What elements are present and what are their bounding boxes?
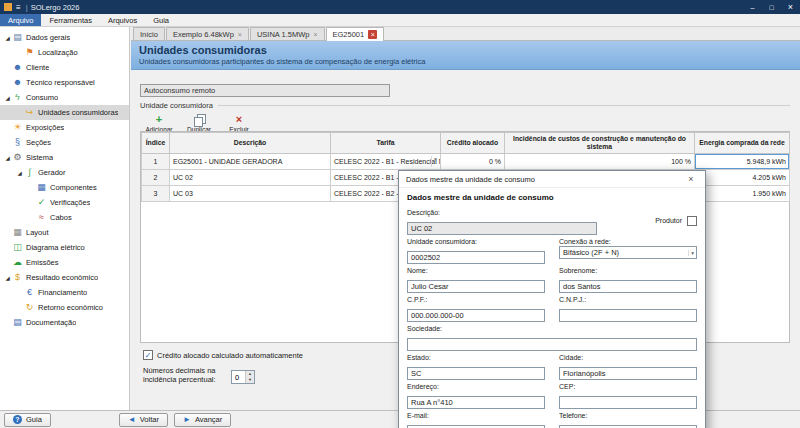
sidebar-item-documenta-o[interactable]: ▤Documentação — [0, 315, 129, 330]
descricao-input[interactable] — [407, 222, 597, 235]
telefone-label: Telefone: — [559, 412, 697, 419]
sidebar-item-layout[interactable]: ▦Layout — [0, 225, 129, 240]
layout-icon: ▦ — [12, 227, 23, 238]
auto-credit-checkbox[interactable] — [143, 350, 153, 360]
expand-arrow-icon[interactable]: ◢ — [3, 155, 12, 161]
column-header-energia: Energia comprada da rede — [695, 133, 790, 154]
cell-energia[interactable]: 4.205 kWh — [695, 170, 790, 186]
checks-icon: ✓ — [36, 197, 47, 208]
sidebar-item-diagrama-el-trico[interactable]: ◫Diagrama elétrico — [0, 240, 129, 255]
expand-arrow-icon[interactable]: ◢ — [15, 170, 24, 176]
sidebar-item-cliente[interactable]: ☻Cliente — [0, 60, 129, 75]
produtor-checkbox[interactable] — [687, 216, 697, 226]
estado-input[interactable] — [407, 367, 545, 380]
email-label: E-mail: — [407, 412, 545, 419]
back-button[interactable]: Voltar — [119, 413, 168, 427]
sidebar-item-financiamento[interactable]: €Financiamento — [0, 285, 129, 300]
sidebar-item-unidades-consumidoras[interactable]: ↪Unidades consumidoras — [0, 105, 129, 120]
nome-label: Nome: — [407, 267, 545, 274]
economic-return-icon: ↻ — [24, 302, 35, 313]
arrow-right-icon — [183, 415, 191, 424]
sidebar-item-label: Componentes — [50, 183, 97, 192]
sidebar-item-resultado-econ-mico[interactable]: ◢$Resultado econômico — [0, 270, 129, 285]
sidebar-item-retorno-econ-mico[interactable]: ↻Retorno econômico — [0, 300, 129, 315]
documentation-icon: ▤ — [12, 317, 23, 328]
column-header-descricao: Descrição — [170, 133, 331, 154]
tab-usina-15mwp[interactable]: USINA 1.5MWp — [250, 27, 325, 40]
cell-energia[interactable]: 1.950 kWh — [695, 186, 790, 202]
sidebar-item-verifica-es[interactable]: ✓Verificações — [0, 195, 129, 210]
cnpj-label: C.N.P.J.: — [559, 296, 697, 303]
guide-button[interactable]: Guia — [4, 413, 51, 427]
menu-guia[interactable]: Guia — [145, 14, 177, 26]
menu-arquivos[interactable]: Arquivos — [100, 14, 145, 26]
conexao-label: Conexão à rede: — [559, 238, 697, 245]
sidebar-item-label: Financiamento — [38, 288, 87, 297]
sidebar-item-label: Resultado econômico — [26, 273, 98, 282]
sidebar-item-exposi-es[interactable]: ☀Exposições — [0, 120, 129, 135]
sociedade-input[interactable] — [407, 338, 697, 351]
close-tab-icon[interactable] — [368, 30, 377, 39]
cnpj-input[interactable] — [559, 309, 697, 322]
cell-credito[interactable]: 0 % — [441, 154, 505, 170]
tab-exemplo-648kwp[interactable]: Exemplo 6.48kWp — [166, 27, 249, 40]
exposures-icon: ☀ — [12, 122, 23, 133]
electrical-diagram-icon: ◫ — [12, 242, 23, 253]
cell-descricao[interactable]: EG25001 - UNIDADE GERADORA — [170, 154, 331, 170]
close-icon[interactable] — [781, 0, 800, 14]
cell-tarifa[interactable]: CELESC 2022 - B1 - Residencial Normal — [331, 154, 441, 170]
menu-ferramentas[interactable]: Ferramentas — [41, 14, 100, 26]
sidebar-item-label: Técnico responsável — [26, 78, 95, 87]
expand-arrow-icon[interactable]: ◢ — [3, 275, 12, 281]
window-controls — [743, 0, 800, 14]
sidebar-item-gerador[interactable]: ◢∫Gerador — [0, 165, 129, 180]
forward-button[interactable]: Avançar — [174, 413, 231, 427]
maximize-icon[interactable] — [762, 0, 781, 14]
close-tab-icon[interactable] — [313, 31, 317, 38]
dialog-titlebar[interactable]: Dados mestre da unidade de consumo — [399, 171, 705, 188]
expand-arrow-icon[interactable]: ◢ — [3, 35, 12, 41]
sidebar-item-cabos[interactable]: ≈Cabos — [0, 210, 129, 225]
copy-icon — [194, 114, 204, 125]
cell-descricao[interactable]: UC 03 — [170, 186, 331, 202]
sidebar-item-se-es[interactable]: §Seções — [0, 135, 129, 150]
expand-arrow-icon[interactable]: ◢ — [3, 95, 12, 101]
spinner-down-icon[interactable] — [246, 377, 254, 383]
title-bar: SOLergo 2026 — [0, 0, 800, 14]
menu-arquivo[interactable]: Arquivo — [0, 14, 41, 26]
hamburger-icon[interactable] — [16, 3, 21, 12]
sidebar-item-componentes[interactable]: ▦Componentes — [0, 180, 129, 195]
sidebar-item-sistema[interactable]: ◢⚙Sistema — [0, 150, 129, 165]
economic-result-icon: $ — [12, 272, 23, 283]
consumption-icon: ϟ — [12, 92, 23, 103]
sobrenome-input[interactable] — [559, 280, 697, 293]
sidebar-item-label: Documentação — [26, 318, 76, 327]
sidebar-item-dados-gerais[interactable]: ◢▤Dados gerais — [0, 30, 129, 45]
estado-label: Estado: — [407, 354, 545, 361]
decimals-value: 0 — [232, 371, 245, 383]
cell-descricao[interactable]: UC 02 — [170, 170, 331, 186]
nome-input[interactable] — [407, 280, 545, 293]
sidebar-item-consumo[interactable]: ◢ϟConsumo — [0, 90, 129, 105]
sidebar-item-emiss-es[interactable]: ☁Emissões — [0, 255, 129, 270]
conexao-select[interactable]: Bifásico (2F + N) — [559, 246, 697, 259]
cell-energia[interactable]: 5.948,9 kWh — [695, 154, 790, 170]
tab-inicio[interactable]: Início — [133, 27, 165, 40]
cep-input[interactable] — [559, 396, 697, 409]
cidade-input[interactable] — [559, 367, 697, 380]
sidebar-item-t-cnico-respons-vel[interactable]: ☻Técnico responsável — [0, 75, 129, 90]
tarifa-value: CELESC 2022 - B1 - Residencial Normal — [334, 158, 441, 165]
endereco-input[interactable] — [407, 396, 545, 409]
cpf-input[interactable] — [407, 309, 545, 322]
minimize-icon[interactable] — [743, 0, 762, 14]
cell-incidencia[interactable]: 100 % — [505, 154, 695, 170]
unidade-consumidora-input[interactable] — [407, 251, 545, 264]
sidebar-item-localiza-o[interactable]: ⚑Localização — [0, 45, 129, 60]
decimals-spinner[interactable]: 0 — [231, 370, 255, 384]
tab-eg25001[interactable]: EG25001 — [326, 27, 385, 41]
autoconsumo-field[interactable] — [140, 84, 390, 97]
chevron-down-icon[interactable] — [431, 156, 439, 167]
close-tab-icon[interactable] — [238, 31, 242, 38]
dialog-close-icon[interactable] — [684, 174, 698, 184]
table-row[interactable]: 1EG25001 - UNIDADE GERADORACELESC 2022 -… — [142, 154, 790, 170]
